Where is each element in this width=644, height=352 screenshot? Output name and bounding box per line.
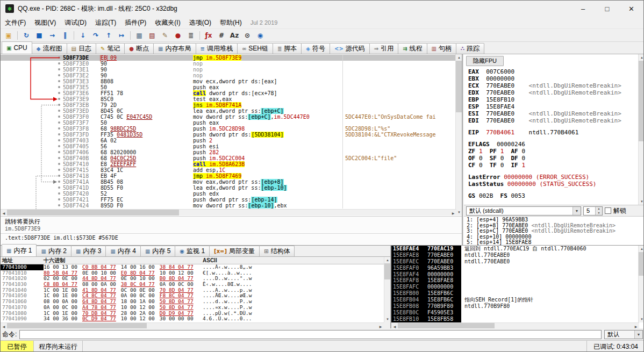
register-row[interactable]: [468, 136, 637, 141]
pause-icon[interactable]: ‖: [59, 30, 71, 41]
scroll-up-icon[interactable]: ▲: [456, 54, 462, 61]
breakpoint-dot[interactable]: [58, 145, 60, 147]
breakpoint-dot[interactable]: [58, 169, 60, 171]
breakpoint-dot[interactable]: [58, 157, 60, 159]
tab-dump-4[interactable]: ▦内存 4: [105, 246, 140, 256]
disassembly-vertical-scrollbar[interactable]: ▲ ▼: [455, 54, 462, 215]
command-input[interactable]: [19, 330, 602, 339]
close-button[interactable]: ✕: [619, 1, 643, 17]
menu-item-help[interactable]: 帮助(H): [216, 17, 246, 29]
breakpoint-dot[interactable]: [58, 181, 60, 183]
tab-locals[interactable]: [x=]局部变量: [209, 246, 260, 256]
script-icon[interactable]: ≣: [185, 30, 197, 41]
breakpoint-dot[interactable]: [58, 175, 60, 177]
menu-item-view[interactable]: 视图(V): [30, 17, 60, 29]
breakpoint-dot[interactable]: [58, 116, 60, 118]
tab-handles[interactable]: ▥句柄: [427, 43, 456, 54]
notes-icon[interactable]: ✎: [159, 30, 171, 41]
register-row[interactable]: OF 0 SF 0 DF 0: [468, 155, 637, 162]
stack-row[interactable]: 15E8FB08770B9F80ntdll.770B9F80: [391, 303, 639, 310]
disasm-row[interactable]: 5D8F7424895D F0mov dword ptr ss:[ebp-10]…: [1, 203, 456, 209]
breakpoint-dot[interactable]: [58, 151, 60, 153]
disassembly-horizontal-scrollbar[interactable]: ◀ ▶: [1, 209, 456, 215]
tab-script[interactable]: ≣脚本: [273, 43, 302, 54]
disasm-row[interactable]: 5D8F740556push esi: [1, 143, 456, 149]
stack-row[interactable]: 15E8FB0CF45905E3: [391, 310, 639, 316]
tab-graph[interactable]: ◆流程图: [32, 43, 67, 54]
strings-icon[interactable]: Az: [228, 30, 240, 41]
tab-symbols[interactable]: ◈符号: [301, 43, 330, 54]
search-icon[interactable]: ⊙: [241, 30, 253, 41]
register-row[interactable]: EAX 007C6000: [468, 68, 637, 75]
register-row[interactable]: EDI 770EABE0 <ntdll.DbgUiRemoteBreakin>: [468, 117, 637, 124]
tab-references[interactable]: ⇒引用: [369, 43, 398, 54]
scroll-down-icon[interactable]: ▼: [384, 316, 390, 322]
stack-row[interactable]: 15E8FB0015E8FB6C: [391, 290, 639, 297]
breakpoint-dot[interactable]: [58, 127, 60, 130]
breakpoint-dot[interactable]: [58, 186, 60, 189]
breakpoint-dot[interactable]: [58, 204, 60, 206]
scroll-up-icon[interactable]: ▲: [384, 257, 390, 263]
breakpoint-dot[interactable]: [58, 104, 60, 106]
open-file-icon[interactable]: ▣: [3, 30, 15, 41]
menu-item-plugins[interactable]: 插件(P): [120, 17, 151, 29]
stack-vertical-scrollbar[interactable]: ▲ ▼: [638, 246, 644, 322]
disasm-row[interactable]: 5D8F740B68 04C0C25Dpush im.5DC2C0045DC2C…: [1, 155, 456, 161]
register-row[interactable]: GS 002B FS 0053: [468, 192, 637, 199]
patches-icon[interactable]: #: [216, 30, 227, 41]
tab-dump-5[interactable]: ▦内存 5: [140, 246, 175, 256]
disasm-row[interactable]: 5D8F740668 82020000push 282: [1, 149, 456, 155]
dump-vertical-scrollbar[interactable]: ▲ ▼: [384, 257, 390, 322]
register-row[interactable]: EBX 00000000: [468, 75, 637, 82]
breakpoint-dot[interactable]: [58, 110, 60, 112]
menu-item-trace[interactable]: 追踪(T): [91, 17, 120, 29]
tab-dump-3[interactable]: ▦内存 3: [71, 246, 106, 256]
functions-icon[interactable]: ƒx: [203, 30, 214, 41]
unlock-checkbox[interactable]: 解锁: [605, 206, 626, 215]
stop-icon[interactable]: ■: [33, 30, 45, 41]
register-row[interactable]: ESI 770EABE0 <ntdll.DbgUiRemoteBreakin>: [468, 110, 637, 117]
stack-row[interactable]: 15E8FAE8770EABE0ntdll.770EABE0: [391, 252, 639, 258]
disasm-row[interactable]: 5D8F73F750push eax: [1, 120, 456, 126]
step-over-icon[interactable]: ↷: [90, 30, 102, 41]
breakpoints-icon[interactable]: ●: [172, 30, 184, 41]
command-scope-select[interactable]: 默认 ▼: [604, 330, 643, 339]
disasm-row[interactable]: 5D8F742052push edx: [1, 191, 456, 197]
stack-row[interactable]: 15E8FAFC00000000: [391, 284, 639, 290]
disasm-row[interactable]: 5D8F73E6FF51 78call dword ptr ds:[ecx+78…: [1, 90, 456, 96]
tab-trace[interactable]: ∴跟踪: [456, 43, 484, 54]
tab-breakpoints[interactable]: ●断点: [124, 43, 154, 54]
breakpoint-dot[interactable]: [58, 133, 60, 135]
register-row[interactable]: LastStatus 00000000 (STATUS_SUCCESS): [468, 181, 637, 188]
tab-threads[interactable]: ⇉线程: [398, 43, 427, 54]
tab-log[interactable]: ▤日志: [67, 43, 96, 54]
run-to-cursor-icon[interactable]: ↦: [116, 30, 127, 41]
stack-row[interactable]: 15E8FB1015E8FB58: [391, 316, 639, 322]
tab-cpu[interactable]: ▣CPU: [2, 41, 32, 54]
register-row[interactable]: EIP 770B4061 ntdll.770B4061: [468, 129, 637, 136]
menu-item-options[interactable]: 选项(O): [185, 17, 216, 29]
registers-vertical-scrollbar[interactable]: ▲ ▼: [638, 54, 644, 205]
register-row[interactable]: EBP 15E8FB10: [468, 96, 637, 103]
breakpoint-dot[interactable]: [58, 68, 60, 70]
register-row[interactable]: [468, 169, 637, 174]
disasm-row[interactable]: 5D8F73F0C745 0C E047C45Dmov dword ptr ss…: [1, 114, 456, 120]
spin-down-icon[interactable]: ▼: [596, 211, 602, 215]
scroll-right-icon[interactable]: ▶: [450, 210, 456, 215]
disasm-row[interactable]: 5D8F73E550push eax: [1, 84, 456, 90]
spin-up-icon[interactable]: ▲: [596, 207, 602, 211]
breakpoint-dot[interactable]: [58, 98, 60, 100]
breakpoint-dot[interactable]: [58, 198, 60, 200]
disasm-row[interactable]: 5D8F73ED8D45 0Clea eax,dword ptr ss:[ebp…: [1, 108, 456, 114]
menu-item-debug[interactable]: 调试(D): [60, 17, 91, 29]
tab-seh-chain[interactable]: ∞SEH链: [237, 43, 273, 54]
register-row[interactable]: [468, 124, 637, 129]
disasm-row[interactable]: 5D8F74036A 02push 2: [1, 138, 456, 143]
breakpoint-dot[interactable]: [58, 56, 60, 59]
run-icon[interactable]: →: [46, 30, 58, 41]
stack-row[interactable]: 15E8FAE4770EAC19返回到 ntdll.770EAC19 自 ntd…: [391, 246, 639, 252]
disasm-row[interactable]: 5D8F7418EB 4Fjmp im.5D8F7469: [1, 173, 456, 179]
disasm-row[interactable]: 5D8F73E190nop: [1, 67, 456, 73]
scroll-up-icon[interactable]: ▲: [639, 246, 644, 252]
disasm-row[interactable]: 5D8F73EB79 2Djns im.5D8F741A: [1, 102, 456, 108]
